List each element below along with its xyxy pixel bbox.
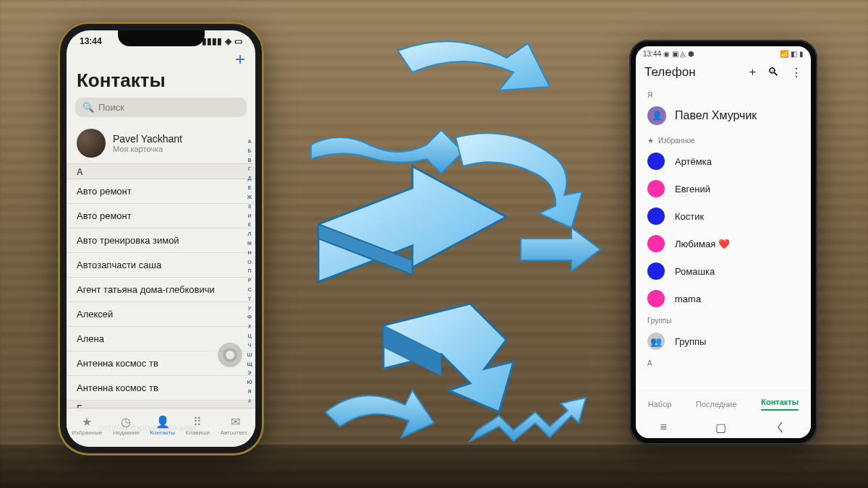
contact-row[interactable]: Алексей	[67, 302, 255, 327]
favorite-row[interactable]: mama	[636, 285, 811, 312]
index-letter[interactable]: Х	[245, 324, 254, 329]
index-letter[interactable]: Ч	[245, 343, 254, 348]
tab-Клавиши[interactable]: ⠿Клавиши	[186, 416, 210, 436]
index-letter[interactable]: И	[245, 213, 254, 218]
home-nav-icon[interactable]: ▢	[715, 421, 726, 435]
index-letter[interactable]: #	[245, 398, 254, 403]
favorites-list: АртёмкаЕвгенийКостикЛюбимая ❤️Ромашкаmam…	[636, 147, 811, 312]
index-letter[interactable]: Ш	[245, 352, 254, 357]
bottom-tab-Последние[interactable]: Последние	[696, 400, 737, 408]
wifi-icon: ◈	[225, 36, 231, 46]
index-letter[interactable]: М	[245, 241, 254, 246]
index-letter[interactable]: Б	[245, 148, 254, 153]
groups-row[interactable]: 👥 Группы	[636, 328, 811, 355]
android-screen: 13:44 ◉ ▣ ◬ ⬢ 📶 ◧ ▮ Телефон + 🔍︎ ⋮ Я 👤 П…	[636, 46, 811, 438]
tab-Контакты[interactable]: 👤Контакты	[150, 416, 175, 436]
contact-row[interactable]: Авто ремонт	[67, 204, 255, 228]
index-letter[interactable]: Я	[245, 389, 254, 394]
search-icon: 🔍	[82, 102, 94, 113]
groups-section-header: Группы	[636, 312, 811, 328]
index-letter[interactable]: Д	[245, 176, 254, 181]
index-letter[interactable]: Р	[245, 278, 254, 283]
groups-label: Группы	[675, 336, 706, 347]
back-nav-icon[interactable]: く	[775, 420, 786, 435]
android-title: Телефон	[644, 65, 696, 80]
contact-name: Ромашка	[675, 266, 715, 277]
search-button[interactable]: 🔍︎	[767, 66, 779, 79]
favorite-row[interactable]: Артёмка	[636, 147, 811, 175]
index-letter[interactable]: Н	[245, 250, 254, 255]
alphabet-index[interactable]: АБВГДЕЖЗИКЛМНОПРСТУФХЦЧШЩЭЮЯ#	[245, 139, 254, 403]
bottom-tab-Контакты[interactable]: Контакты	[761, 398, 799, 411]
my-card-sub: Моя карточка	[113, 145, 182, 153]
search-input[interactable]: 🔍 Поиск	[75, 98, 247, 117]
index-letter[interactable]: Г	[245, 166, 254, 171]
index-letter[interactable]: А	[245, 139, 254, 144]
more-button[interactable]: ⋮	[791, 66, 802, 80]
contact-row[interactable]: Автозапчасти саша	[67, 253, 255, 278]
add-button[interactable]: +	[749, 66, 756, 79]
tab-Автоответ..[interactable]: ✉Автоответ..	[221, 416, 250, 436]
ios-header: + Контакты	[67, 46, 255, 92]
index-letter[interactable]: Э	[245, 370, 254, 375]
contact-row[interactable]: Авто ремонт	[67, 179, 255, 204]
index-letter[interactable]: С	[245, 287, 254, 292]
index-letter[interactable]: Л	[245, 231, 254, 236]
bottom-tab-Набор[interactable]: Набор	[648, 400, 672, 408]
favorite-row[interactable]: Ромашка	[636, 257, 811, 285]
contact-name: Артёмка	[675, 156, 712, 167]
contact-color-icon	[647, 153, 665, 170]
index-letter[interactable]: К	[245, 222, 254, 227]
index-letter[interactable]: Щ	[245, 361, 254, 367]
tab-icon: 👤	[156, 416, 170, 429]
tab-Избранные[interactable]: ★Избранные	[72, 416, 102, 436]
contact-color-icon	[647, 207, 665, 225]
favorite-row[interactable]: Любимая ❤️	[636, 230, 811, 257]
my-profile-name: Павел Хмурчик	[675, 109, 757, 122]
battery-icon: ▭	[234, 36, 242, 46]
favorites-section-header: ★ Избранное	[636, 132, 811, 147]
index-letter[interactable]: Ф	[245, 314, 254, 320]
tab-label: Избранные	[72, 429, 102, 436]
assistive-touch[interactable]	[218, 343, 242, 367]
index-letter[interactable]: Ж	[245, 194, 254, 200]
android-status-bar: 13:44 ◉ ▣ ◬ ⬢ 📶 ◧ ▮	[636, 46, 811, 59]
contact-row[interactable]: Антенна космос тв	[67, 376, 255, 401]
contact-color-icon	[647, 235, 665, 252]
star-icon: ★	[647, 137, 654, 145]
contact-color-icon	[647, 290, 665, 307]
ios-status-icons: ▮▮▮▮ ◈ ▭	[202, 36, 242, 46]
avatar	[77, 129, 106, 158]
iphone-notch	[118, 30, 205, 46]
contact-row[interactable]: Агент татьяна дома-глебковичи	[67, 278, 255, 302]
tab-label: Контакты	[150, 429, 175, 436]
index-letter[interactable]: Е	[245, 185, 254, 190]
android-time: 13:44 ◉ ▣ ◬ ⬢	[643, 50, 694, 58]
favorite-row[interactable]: Евгений	[636, 175, 811, 202]
contact-row[interactable]: Авто тренировка зимой	[67, 228, 255, 253]
page-title: Контакты	[77, 69, 245, 92]
my-profile-row[interactable]: 👤 Павел Хмурчик	[636, 102, 811, 132]
tab-label: Автоответ..	[221, 429, 250, 436]
contact-name: Костик	[675, 211, 704, 222]
tab-Недавние[interactable]: ◷Недавние	[113, 416, 140, 436]
index-letter[interactable]: О	[245, 260, 254, 265]
my-card[interactable]: Pavel Yackhant Моя карточка	[67, 123, 255, 164]
ios-time: 13:44	[80, 36, 102, 46]
index-letter[interactable]: Т	[245, 296, 254, 301]
recents-nav-icon[interactable]: ≡	[660, 421, 667, 434]
favorite-row[interactable]: Костик	[636, 202, 811, 230]
add-contact-button[interactable]: +	[77, 51, 245, 68]
index-letter[interactable]: В	[245, 158, 254, 163]
index-letter[interactable]: З	[245, 204, 254, 209]
android-header: Телефон + 🔍︎ ⋮	[636, 59, 811, 87]
tab-icon: ⠿	[190, 416, 205, 429]
index-letter[interactable]: У	[245, 306, 254, 311]
me-section-header: Я	[636, 87, 811, 102]
index-letter[interactable]: Ц	[245, 333, 254, 338]
android-nav-bar: ≡ ▢ く	[636, 416, 811, 438]
groups-icon: 👥	[647, 333, 665, 350]
index-letter[interactable]: П	[245, 268, 254, 273]
tab-label: Недавние	[113, 429, 140, 436]
index-letter[interactable]: Ю	[245, 380, 254, 385]
